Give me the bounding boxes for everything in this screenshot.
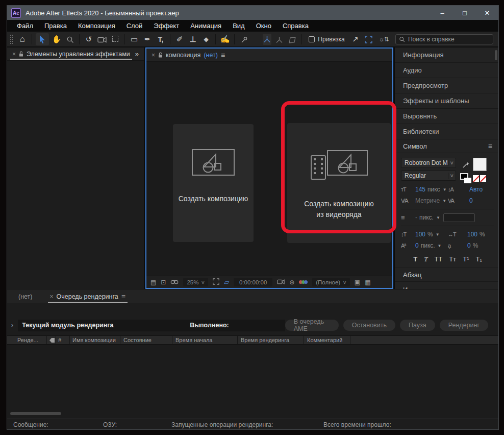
- brush-tool-icon[interactable]: ✐: [174, 35, 185, 44]
- roto-brush-tool-icon[interactable]: ✍: [219, 35, 231, 44]
- zoom-tool-icon[interactable]: [64, 35, 75, 44]
- font-style-dropdown[interactable]: Regular ˅: [401, 171, 456, 181]
- dropdown-icon[interactable]: ▼: [436, 232, 440, 237]
- sidebar-item-audio[interactable]: Аудио: [395, 63, 498, 78]
- tab-render-queue[interactable]: × Очередь рендеринга ≡: [45, 290, 131, 303]
- column-comment[interactable]: Комментарий: [307, 337, 342, 343]
- no-color-swatches[interactable]: [473, 175, 487, 182]
- tracking-value[interactable]: 0: [469, 197, 473, 204]
- selection-tool-icon[interactable]: [36, 33, 49, 45]
- column-comp-name[interactable]: Имя композиции: [72, 337, 116, 343]
- sidebar-scrollbar-thumb[interactable]: [495, 50, 497, 60]
- panel-menu-icon[interactable]: ≡: [221, 51, 225, 59]
- menu-edit[interactable]: Правка: [39, 22, 72, 30]
- pan-behind-tool-icon[interactable]: [110, 35, 121, 43]
- tsume-value[interactable]: 0: [467, 242, 471, 249]
- all-caps-button[interactable]: TT: [434, 255, 442, 263]
- collapse-arrow-icon[interactable]: ›: [11, 322, 18, 329]
- tab-none[interactable]: (нет): [7, 293, 45, 300]
- menu-window[interactable]: Окно: [250, 22, 277, 30]
- dropdown-icon[interactable]: ▼: [438, 244, 442, 248]
- panel-overflow-icon[interactable]: »: [135, 50, 139, 58]
- tab-composition[interactable]: × композиция (нет) ≡: [146, 49, 230, 61]
- close-button[interactable]: ✕: [476, 6, 498, 20]
- transparency-grid-icon[interactable]: ▦: [365, 279, 370, 286]
- help-search-field[interactable]: [395, 34, 493, 44]
- column-start-time[interactable]: Время начала: [175, 337, 212, 343]
- column-render-time[interactable]: Время рендеринга: [241, 337, 289, 343]
- panel-menu-icon[interactable]: ≡: [488, 142, 492, 150]
- new-composition-from-footage-card[interactable]: Создать композицию из видеоряда: [287, 123, 391, 243]
- menu-effect[interactable]: Эффект: [148, 22, 185, 30]
- font-family-dropdown[interactable]: Robotron Dot Ma... ˅: [401, 158, 456, 168]
- column-render[interactable]: Ренде...: [17, 337, 38, 343]
- subscript-button[interactable]: T₁: [475, 255, 482, 263]
- stroke-fill-swatch[interactable]: [460, 173, 471, 183]
- rectangle-tool-icon[interactable]: ▭: [129, 35, 140, 44]
- clone-stamp-tool-icon[interactable]: ⊥: [187, 35, 198, 44]
- menu-animation[interactable]: Анимация: [185, 22, 227, 30]
- primary-viewer-icon[interactable]: ⊡: [161, 279, 166, 286]
- eraser-tool-icon[interactable]: ◆: [200, 36, 212, 43]
- sidebar-item-libraries[interactable]: Библиотеки: [395, 124, 498, 139]
- exposure-icon[interactable]: ⊛: [289, 279, 294, 286]
- eyedropper-icon[interactable]: [462, 161, 470, 168]
- queue-in-ame-button[interactable]: В очередь AME: [285, 320, 339, 331]
- stroke-style-field[interactable]: [443, 213, 475, 222]
- faux-italic-button[interactable]: T: [424, 255, 427, 263]
- close-tab-icon[interactable]: ×: [152, 52, 155, 59]
- stroke-width-value[interactable]: -: [415, 214, 417, 221]
- minimize-button[interactable]: –: [431, 6, 453, 20]
- character-panel-header[interactable]: Символ ≡: [395, 139, 498, 153]
- rulers-icon[interactable]: [213, 278, 219, 286]
- resolution-dropdown[interactable]: (Полное)˅: [312, 278, 350, 286]
- fill-color-swatch[interactable]: [473, 158, 487, 171]
- local-axis-mode-icon[interactable]: [263, 34, 271, 45]
- workspace-switcher-icon[interactable]: ☼⇅: [379, 34, 389, 44]
- pause-button[interactable]: Пауза: [400, 320, 435, 331]
- small-caps-button[interactable]: Tт: [449, 255, 456, 263]
- label-tag-icon[interactable]: [49, 337, 55, 343]
- rotate-tool-icon[interactable]: ↺: [83, 35, 94, 44]
- menu-help[interactable]: Справка: [277, 22, 314, 30]
- menu-file[interactable]: Файл: [11, 22, 39, 30]
- always-preview-icon[interactable]: ▤: [150, 279, 156, 286]
- dropdown-icon[interactable]: ▼: [442, 199, 446, 203]
- view-axis-mode-icon[interactable]: [287, 35, 298, 43]
- hand-tool-icon[interactable]: ✋: [51, 35, 62, 44]
- menu-view[interactable]: Вид: [227, 22, 250, 30]
- panel-menu-icon[interactable]: ≡: [121, 293, 125, 301]
- vertical-scale-value[interactable]: 100: [415, 231, 425, 238]
- region-of-interest-icon[interactable]: ▣: [355, 279, 360, 286]
- channels-icon[interactable]: [299, 280, 308, 284]
- camera-tool-icon[interactable]: [96, 35, 108, 43]
- timecode-field[interactable]: 0:00:00:00: [234, 278, 272, 286]
- column-status[interactable]: Состояние: [123, 337, 152, 343]
- toolbar-grip[interactable]: [10, 35, 13, 44]
- sidebar-item-align[interactable]: Выровнять: [395, 109, 498, 124]
- type-tool-icon[interactable]: T,: [155, 35, 166, 43]
- dropdown-icon[interactable]: ▼: [436, 215, 440, 220]
- new-composition-card[interactable]: Создать композицию: [173, 124, 254, 242]
- menu-layer[interactable]: Слой: [121, 22, 148, 30]
- world-axis-mode-icon[interactable]: [273, 35, 285, 43]
- snap-checkbox[interactable]: [309, 36, 315, 42]
- puppet-pin-tool-icon[interactable]: [238, 35, 249, 43]
- home-icon[interactable]: ⌂: [17, 34, 28, 44]
- dropdown-icon[interactable]: ▼: [443, 187, 447, 192]
- maximize-button[interactable]: □: [453, 6, 476, 20]
- magnification-dropdown[interactable]: 25%˅: [183, 278, 208, 286]
- faux-bold-button[interactable]: T: [413, 255, 417, 263]
- paragraph-panel-header[interactable]: Абзац: [395, 268, 498, 282]
- render-button[interactable]: Рендеринг: [440, 320, 488, 331]
- pen-tool-icon[interactable]: ✒: [142, 35, 153, 44]
- kerning-value[interactable]: Метриче: [415, 197, 440, 204]
- horizontal-scrollbar-thumb[interactable]: [10, 412, 61, 415]
- close-tab-icon[interactable]: ×: [12, 51, 16, 58]
- snap-features-icon[interactable]: [363, 35, 374, 44]
- snap-along-edges-icon[interactable]: ↗: [350, 35, 361, 44]
- sidebar-item-info[interactable]: Информация: [395, 47, 498, 63]
- column-number[interactable]: #: [58, 337, 61, 343]
- sidebar-item-effects-presets[interactable]: Эффекты и шаблоны: [395, 93, 498, 109]
- stop-button[interactable]: Остановить: [343, 320, 395, 331]
